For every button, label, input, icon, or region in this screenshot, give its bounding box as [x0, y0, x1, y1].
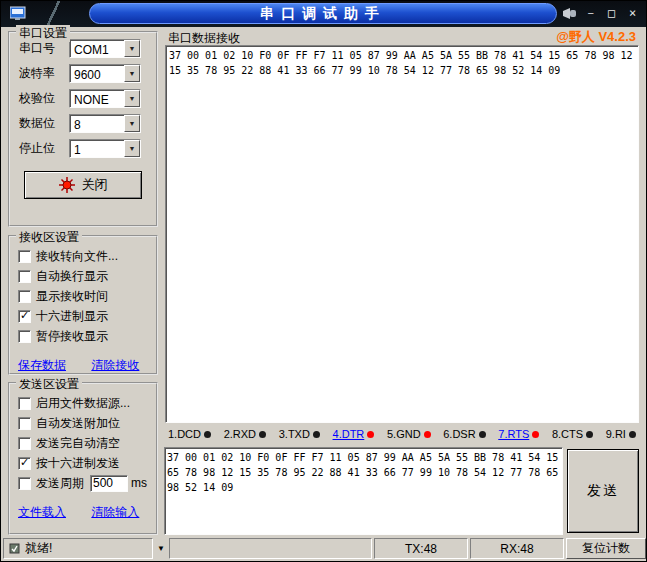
stop-bits-label: 停止位	[19, 140, 69, 157]
send-button[interactable]: 发送	[567, 449, 639, 533]
check-mark-icon: ✓	[20, 309, 29, 322]
dropdown-arrow-icon[interactable]: ▼	[124, 90, 140, 107]
maximize-button[interactable]: □	[603, 5, 620, 22]
check-mark-icon: ✓	[20, 456, 29, 469]
send-period-input[interactable]	[90, 475, 128, 492]
dsr-led-icon	[479, 431, 486, 438]
baud-rate-select[interactable]: 9600 ▼	[69, 64, 141, 83]
indicator-cts: 8.CTS	[552, 428, 593, 440]
option-row: ✓ 启用文件数据源...	[18, 396, 156, 410]
checkbox-auto-append[interactable]: ✓	[18, 417, 31, 430]
clear-input-link[interactable]: 清除输入	[91, 505, 139, 519]
receive-links-row: 保存数据 清除接收	[18, 357, 156, 374]
data-bits-select[interactable]: 8 ▼	[69, 114, 141, 133]
send-period-unit: ms	[131, 476, 147, 490]
close-button[interactable]: ×	[624, 5, 641, 22]
parity-value: NONE	[70, 90, 124, 107]
dropdown-arrow-icon[interactable]: ▼	[124, 65, 140, 82]
indicator-txd: 3.TXD	[279, 428, 320, 440]
dropdown-arrow-icon[interactable]: ▼	[124, 115, 140, 132]
receive-data-area[interactable]: 37 00 01 02 10 F0 0F FF F7 11 05 87 99 A…	[165, 45, 639, 423]
com-port-value: COM1	[70, 40, 124, 57]
com-port-label: 串口号	[19, 40, 69, 57]
checkbox-hex-display-label: 十六进制显示	[36, 308, 108, 325]
stop-bits-value: 1	[70, 140, 124, 157]
dtr-led-icon	[367, 431, 374, 438]
checkbox-show-receive-time[interactable]: ✓	[18, 290, 31, 303]
status-dropdown-arrow-icon[interactable]: ▼	[155, 538, 167, 559]
checkbox-receive-to-file[interactable]: ✓	[18, 250, 31, 263]
rts-led-icon	[532, 431, 539, 438]
ri-led-icon	[629, 431, 636, 438]
indicator-dcd: 1.DCD	[168, 428, 211, 440]
baud-rate-value: 9600	[70, 65, 124, 82]
indicator-rxd-label: 2.RXD	[224, 428, 256, 440]
port-settings-group: 串口设置 串口号 COM1 ▼ 波特率 9600 ▼ 校验位 NONE ▼ 数据…	[8, 31, 158, 227]
dropdown-arrow-icon[interactable]: ▼	[124, 40, 140, 57]
checkbox-hex-display[interactable]: ✓	[18, 310, 31, 323]
indicator-gnd: 5.GND	[387, 428, 431, 440]
send-settings-group: 发送区设置 ✓ 启用文件数据源... ✓ 自动发送附加位 ✓ 发送完自动清空 ✓…	[8, 382, 158, 535]
toggle-port-button[interactable]: 关闭	[24, 171, 142, 199]
indicator-rts[interactable]: 7.RTS	[498, 428, 539, 440]
option-row: ✓ 显示接收时间	[18, 289, 156, 303]
option-row: ✓ 自动发送附加位	[18, 416, 156, 430]
send-data-area[interactable]: 37 00 01 02 10 F0 0F FF F7 11 05 87 99 A…	[164, 447, 563, 535]
status-rx-count: RX:48	[470, 538, 564, 559]
stop-bits-select[interactable]: 1 ▼	[69, 139, 141, 158]
toggle-port-label: 关闭	[82, 176, 108, 194]
dcd-led-icon	[204, 431, 211, 438]
parity-select[interactable]: NONE ▼	[69, 89, 141, 108]
checkbox-file-data-source[interactable]: ✓	[18, 397, 31, 410]
option-row: ✓ 接收转向文件...	[18, 249, 156, 263]
checkbox-auto-newline[interactable]: ✓	[18, 270, 31, 283]
status-ready-section: 就绪!	[3, 538, 153, 559]
minimize-button[interactable]: －	[582, 5, 599, 22]
port-field-row: 校验位 NONE ▼	[19, 89, 156, 108]
option-row: ✓ 发送周期 ms	[18, 476, 156, 490]
indicator-dsr: 6.DSR	[443, 428, 485, 440]
checkbox-file-data-source-label: 启用文件数据源...	[36, 395, 130, 412]
checkbox-show-receive-time-label: 显示接收时间	[36, 288, 108, 305]
port-field-row: 数据位 8 ▼	[19, 114, 156, 133]
port-field-row: 波特率 9600 ▼	[19, 64, 156, 83]
save-data-link[interactable]: 保存数据	[18, 358, 66, 372]
checkbox-hex-send-label: 按十六进制发送	[36, 455, 120, 472]
indicator-cts-label: 8.CTS	[552, 428, 583, 440]
indicator-dsr-label: 6.DSR	[443, 428, 475, 440]
receive-settings-group: 接收区设置 ✓ 接收转向文件... ✓ 自动换行显示 ✓ 显示接收时间 ✓ 十六…	[8, 235, 158, 375]
indicator-rxd: 2.RXD	[224, 428, 266, 440]
modem-indicators-row: 1.DCD 2.RXD 3.TXD 4.DTR 5.GND 6.DSR 7.RT…	[165, 425, 639, 443]
status-bar: 就绪! ▼ TX:48 RX:48 复位计数	[3, 538, 646, 559]
clear-receive-link[interactable]: 清除接收	[91, 358, 139, 372]
cts-led-icon	[586, 431, 593, 438]
indicator-dcd-label: 1.DCD	[168, 428, 201, 440]
reset-count-button[interactable]: 复位计数	[566, 538, 646, 559]
option-row: ✓ 按十六进制发送	[18, 456, 156, 470]
status-tx-count: TX:48	[374, 538, 468, 559]
option-row: ✓ 自动换行显示	[18, 269, 156, 283]
checkbox-hex-send[interactable]: ✓	[18, 457, 31, 470]
indicator-rts-label[interactable]: 7.RTS	[498, 428, 529, 440]
option-row: ✓ 发送完自动清空	[18, 436, 156, 450]
status-ready-label: 就绪!	[25, 540, 52, 557]
titlebar[interactable]: 串口调试助手 － □ ×	[1, 1, 646, 27]
checkbox-clear-after-send-label: 发送完自动清空	[36, 435, 120, 452]
data-bits-value: 8	[70, 115, 124, 132]
port-settings-title: 串口设置	[16, 25, 70, 42]
checkbox-clear-after-send[interactable]: ✓	[18, 437, 31, 450]
option-row: ✓ 暂停接收显示	[18, 329, 156, 343]
com-port-select[interactable]: COM1 ▼	[69, 39, 141, 58]
dropdown-arrow-icon[interactable]: ▼	[124, 140, 140, 157]
indicator-dtr-label[interactable]: 4.DTR	[333, 428, 365, 440]
checkbox-pause-display-label: 暂停接收显示	[36, 328, 108, 345]
txd-led-icon	[313, 431, 320, 438]
checkbox-send-period[interactable]: ✓	[18, 477, 31, 490]
gnd-led-icon	[424, 431, 431, 438]
send-links-row: 文件载入 清除输入	[18, 504, 156, 521]
parity-label: 校验位	[19, 90, 69, 107]
port-field-row: 停止位 1 ▼	[19, 139, 156, 158]
indicator-dtr[interactable]: 4.DTR	[333, 428, 375, 440]
checkbox-pause-display[interactable]: ✓	[18, 330, 31, 343]
load-file-link[interactable]: 文件载入	[18, 505, 66, 519]
